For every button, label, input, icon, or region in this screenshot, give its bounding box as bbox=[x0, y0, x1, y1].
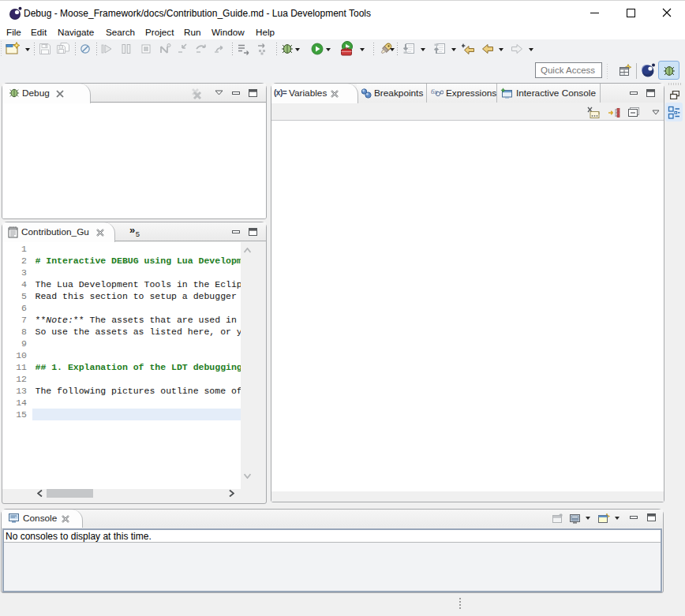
svg-text:6x: 6x bbox=[431, 88, 438, 95]
